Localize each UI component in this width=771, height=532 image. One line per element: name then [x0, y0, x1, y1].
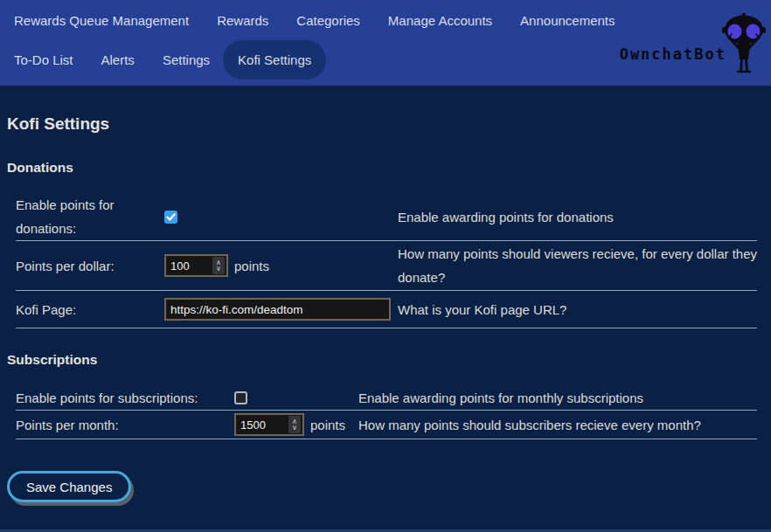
nav-item-categories[interactable]: Categories [296, 13, 360, 28]
top-navigation: Rewards Queue Management Rewards Categor… [0, 0, 771, 86]
check-icon [166, 212, 176, 222]
field-label: Kofi Page: [16, 298, 162, 321]
field-label: Enable points for subscriptions: [16, 386, 232, 410]
settings-row-enable-donations: Enable points for donations: Enable awar… [16, 193, 757, 241]
donations-settings-table: Enable points for donations: Enable awar… [16, 193, 757, 328]
settings-row-kofi-page: Kofi Page: What is your Kofi page URL? [16, 291, 757, 328]
field-description: How many points should subscribers recie… [358, 413, 757, 437]
field-description: How many points should viewers recieve, … [398, 242, 757, 289]
nav-item-announcements[interactable]: Announcements [520, 13, 615, 28]
number-value: 1500 [236, 418, 288, 432]
nav-item-kofi-settings-active[interactable]: Kofi Settings [223, 40, 326, 79]
nav-item-manage-accounts[interactable]: Manage Accounts [388, 13, 492, 28]
enable-subscriptions-checkbox[interactable] [234, 391, 247, 404]
points-per-dollar-input[interactable]: 100 ∧ ∨ [164, 254, 228, 277]
stepper-down-icon[interactable]: ∨ [216, 266, 221, 272]
field-description: Enable awarding points for monthly subsc… [358, 386, 757, 410]
save-changes-button[interactable]: Save Changes [7, 471, 131, 502]
nav-item-settings[interactable]: Settings [163, 52, 210, 67]
field-label: Enable points for donations: [16, 193, 162, 240]
nav-item-rewards-queue-management[interactable]: Rewards Queue Management [14, 13, 189, 28]
field-description: What is your Kofi page URL? [398, 298, 757, 321]
number-stepper[interactable]: ∧ ∨ [212, 257, 225, 274]
main-content: Kofi Settings Donations Enable points fo… [0, 86, 771, 502]
enable-donations-checkbox[interactable] [164, 211, 177, 224]
settings-row-points-per-dollar: Points per dollar: 100 ∧ ∨ points How ma… [16, 241, 757, 291]
points-suffix-label: points [234, 259, 269, 273]
number-value: 100 [166, 259, 212, 273]
stepper-down-icon[interactable]: ∨ [292, 425, 297, 431]
points-suffix-label: points [310, 418, 345, 432]
ownchatbot-logo: OwnchatBot [620, 12, 767, 79]
number-stepper[interactable]: ∧ ∨ [288, 416, 301, 433]
logo-text: OwnchatBot [620, 45, 726, 63]
nav-item-todo-list[interactable]: To-Do List [14, 52, 73, 67]
field-description: Enable awarding points for donations [398, 205, 757, 229]
kofi-page-url-input[interactable] [164, 298, 391, 321]
settings-row-enable-subscriptions: Enable points for subscriptions: Enable … [16, 385, 757, 411]
robot-mascot-icon [721, 12, 767, 79]
nav-item-rewards[interactable]: Rewards [217, 13, 268, 28]
field-label: Points per dollar: [16, 254, 162, 278]
nav-item-alerts[interactable]: Alerts [101, 52, 135, 67]
points-per-month-input[interactable]: 1500 ∧ ∨ [234, 413, 304, 436]
field-label: Points per month: [16, 413, 232, 437]
settings-row-points-per-month: Points per month: 1500 ∧ ∨ points How ma… [16, 411, 757, 439]
subscriptions-section-heading: Subscriptions [7, 352, 764, 368]
subscriptions-settings-table: Enable points for subscriptions: Enable … [16, 385, 757, 439]
donations-section-heading: Donations [7, 160, 764, 176]
page-title: Kofi Settings [7, 86, 764, 134]
